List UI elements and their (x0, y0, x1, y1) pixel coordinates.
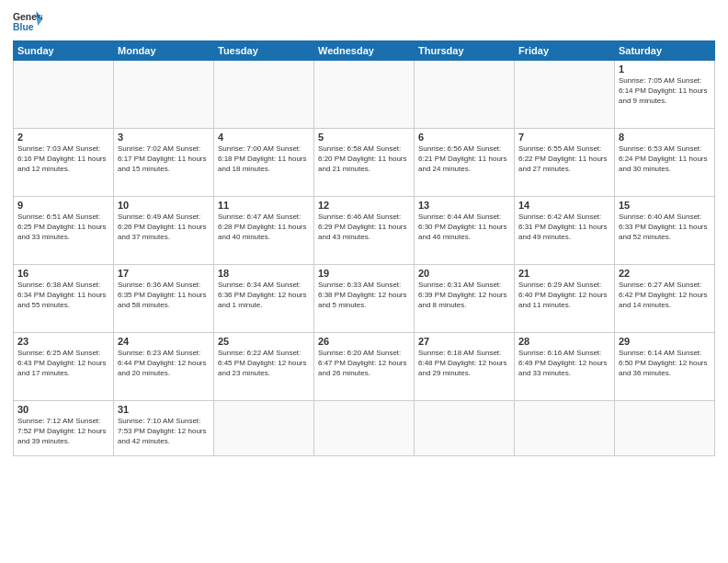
calendar-cell: 7Sunrise: 6:55 AM Sunset: 6:22 PM Daylig… (515, 129, 615, 197)
page: General Blue SundayMondayTuesdayWednesda… (0, 0, 728, 563)
calendar-week-row: 23Sunrise: 6:25 AM Sunset: 6:43 PM Dayli… (14, 333, 715, 401)
day-info: Sunrise: 7:02 AM Sunset: 6:17 PM Dayligh… (118, 144, 210, 175)
generalblue-logo-icon: General Blue (13, 9, 42, 35)
day-number: 4 (218, 132, 310, 143)
calendar-cell: 17Sunrise: 6:36 AM Sunset: 6:35 PM Dayli… (114, 265, 214, 333)
day-number: 3 (118, 132, 210, 143)
weekday-header-friday: Friday (515, 41, 615, 61)
calendar-cell: 29Sunrise: 6:14 AM Sunset: 6:50 PM Dayli… (615, 333, 715, 401)
calendar-cell (415, 401, 515, 456)
day-number: 25 (218, 336, 310, 347)
calendar-cell: 23Sunrise: 6:25 AM Sunset: 6:43 PM Dayli… (14, 333, 114, 401)
calendar-cell: 18Sunrise: 6:34 AM Sunset: 6:36 PM Dayli… (214, 265, 314, 333)
calendar-cell: 14Sunrise: 6:42 AM Sunset: 6:31 PM Dayli… (515, 197, 615, 265)
calendar-cell: 25Sunrise: 6:22 AM Sunset: 6:45 PM Dayli… (214, 333, 314, 401)
day-info: Sunrise: 6:38 AM Sunset: 6:34 PM Dayligh… (17, 280, 109, 311)
calendar-cell: 1Sunrise: 7:05 AM Sunset: 6:14 PM Daylig… (615, 61, 715, 129)
day-info: Sunrise: 6:44 AM Sunset: 6:30 PM Dayligh… (418, 212, 510, 243)
calendar-cell: 30Sunrise: 7:12 AM Sunset: 7:52 PM Dayli… (14, 401, 114, 456)
day-number: 27 (418, 336, 510, 347)
calendar-cell (214, 401, 314, 456)
calendar-table: SundayMondayTuesdayWednesdayThursdayFrid… (13, 40, 715, 456)
calendar-cell (314, 61, 415, 129)
day-number: 28 (518, 336, 610, 347)
svg-text:Blue: Blue (13, 22, 34, 32)
day-number: 1 (619, 63, 711, 75)
calendar-cell (415, 61, 515, 129)
calendar-cell: 8Sunrise: 6:53 AM Sunset: 6:24 PM Daylig… (615, 129, 715, 197)
day-number: 12 (318, 200, 410, 211)
day-info: Sunrise: 6:36 AM Sunset: 6:35 PM Dayligh… (118, 280, 210, 311)
calendar-cell: 16Sunrise: 6:38 AM Sunset: 6:34 PM Dayli… (14, 265, 114, 333)
day-info: Sunrise: 6:33 AM Sunset: 6:38 PM Dayligh… (318, 280, 410, 311)
day-info: Sunrise: 6:42 AM Sunset: 6:31 PM Dayligh… (518, 212, 610, 243)
weekday-header-wednesday: Wednesday (314, 41, 415, 61)
day-number: 11 (218, 200, 310, 211)
calendar-cell (214, 61, 314, 129)
calendar-cell: 31Sunrise: 7:10 AM Sunset: 7:53 PM Dayli… (114, 401, 214, 456)
day-info: Sunrise: 6:47 AM Sunset: 6:28 PM Dayligh… (218, 212, 310, 243)
day-number: 17 (118, 268, 210, 279)
calendar-cell: 22Sunrise: 6:27 AM Sunset: 6:42 PM Dayli… (615, 265, 715, 333)
day-info: Sunrise: 6:25 AM Sunset: 6:43 PM Dayligh… (17, 348, 109, 379)
day-number: 30 (17, 404, 109, 415)
day-info: Sunrise: 6:49 AM Sunset: 6:26 PM Dayligh… (118, 212, 210, 243)
day-info: Sunrise: 6:56 AM Sunset: 6:21 PM Dayligh… (418, 144, 510, 175)
weekday-header-sunday: Sunday (14, 41, 114, 61)
day-number: 19 (318, 268, 410, 279)
day-info: Sunrise: 7:03 AM Sunset: 6:16 PM Dayligh… (17, 144, 109, 175)
calendar-week-row: 2Sunrise: 7:03 AM Sunset: 6:16 PM Daylig… (14, 129, 715, 197)
day-info: Sunrise: 6:20 AM Sunset: 6:47 PM Dayligh… (318, 348, 410, 379)
day-number: 13 (418, 200, 510, 211)
day-info: Sunrise: 6:31 AM Sunset: 6:39 PM Dayligh… (418, 280, 510, 311)
day-number: 29 (619, 336, 711, 347)
calendar-header-row: SundayMondayTuesdayWednesdayThursdayFrid… (14, 41, 715, 61)
day-info: Sunrise: 6:29 AM Sunset: 6:40 PM Dayligh… (518, 280, 610, 311)
calendar-cell (515, 401, 615, 456)
logo: General Blue (13, 9, 42, 35)
day-number: 10 (118, 200, 210, 211)
day-number: 8 (619, 132, 711, 143)
calendar-cell: 6Sunrise: 6:56 AM Sunset: 6:21 PM Daylig… (415, 129, 515, 197)
calendar-cell: 15Sunrise: 6:40 AM Sunset: 6:33 PM Dayli… (615, 197, 715, 265)
day-number: 16 (17, 268, 109, 279)
calendar-week-row: 9Sunrise: 6:51 AM Sunset: 6:25 PM Daylig… (14, 197, 715, 265)
calendar-cell (114, 61, 214, 129)
day-info: Sunrise: 7:10 AM Sunset: 7:53 PM Dayligh… (118, 416, 210, 447)
day-number: 26 (318, 336, 410, 347)
day-info: Sunrise: 6:53 AM Sunset: 6:24 PM Dayligh… (619, 144, 711, 175)
day-number: 18 (218, 268, 310, 279)
weekday-header-saturday: Saturday (615, 41, 715, 61)
day-number: 6 (418, 132, 510, 143)
weekday-header-thursday: Thursday (415, 41, 515, 61)
calendar-cell: 4Sunrise: 7:00 AM Sunset: 6:18 PM Daylig… (214, 129, 314, 197)
day-info: Sunrise: 6:23 AM Sunset: 6:44 PM Dayligh… (118, 348, 210, 379)
calendar-cell (515, 61, 615, 129)
calendar-cell: 13Sunrise: 6:44 AM Sunset: 6:30 PM Dayli… (415, 197, 515, 265)
day-number: 5 (318, 132, 410, 143)
day-number: 31 (118, 404, 210, 415)
calendar-cell (615, 401, 715, 456)
day-info: Sunrise: 6:46 AM Sunset: 6:29 PM Dayligh… (318, 212, 410, 243)
calendar-cell: 2Sunrise: 7:03 AM Sunset: 6:16 PM Daylig… (14, 129, 114, 197)
calendar-cell: 28Sunrise: 6:16 AM Sunset: 6:49 PM Dayli… (515, 333, 615, 401)
day-info: Sunrise: 6:58 AM Sunset: 6:20 PM Dayligh… (318, 144, 410, 175)
header: General Blue (13, 9, 715, 35)
day-info: Sunrise: 7:00 AM Sunset: 6:18 PM Dayligh… (218, 144, 310, 175)
day-number: 9 (17, 200, 109, 211)
day-info: Sunrise: 7:12 AM Sunset: 7:52 PM Dayligh… (17, 416, 109, 447)
day-info: Sunrise: 6:27 AM Sunset: 6:42 PM Dayligh… (619, 280, 711, 311)
day-info: Sunrise: 6:22 AM Sunset: 6:45 PM Dayligh… (218, 348, 310, 379)
calendar-cell (14, 61, 114, 129)
day-info: Sunrise: 6:55 AM Sunset: 6:22 PM Dayligh… (518, 144, 610, 175)
day-number: 7 (518, 132, 610, 143)
day-number: 23 (17, 336, 109, 347)
day-number: 22 (619, 268, 711, 279)
calendar-week-row: 30Sunrise: 7:12 AM Sunset: 7:52 PM Dayli… (14, 401, 715, 456)
calendar-cell: 21Sunrise: 6:29 AM Sunset: 6:40 PM Dayli… (515, 265, 615, 333)
calendar-cell (314, 401, 415, 456)
weekday-header-monday: Monday (114, 41, 214, 61)
day-info: Sunrise: 6:14 AM Sunset: 6:50 PM Dayligh… (619, 348, 711, 379)
weekday-header-tuesday: Tuesday (214, 41, 314, 61)
calendar-cell: 27Sunrise: 6:18 AM Sunset: 6:48 PM Dayli… (415, 333, 515, 401)
